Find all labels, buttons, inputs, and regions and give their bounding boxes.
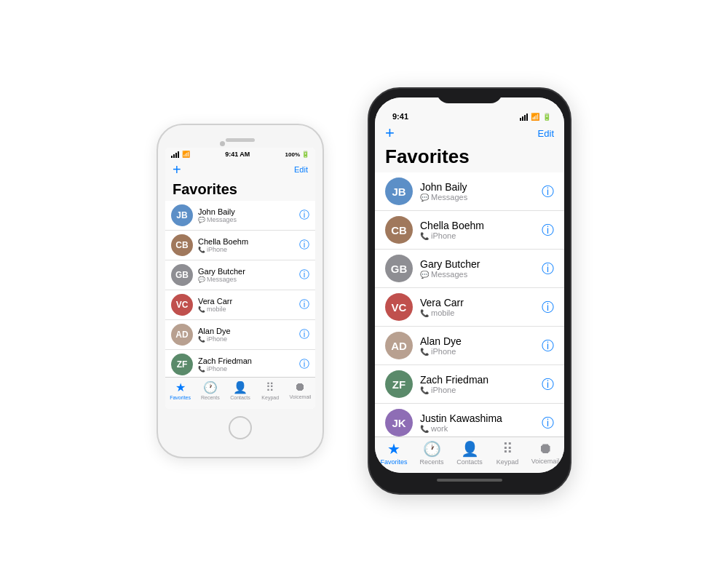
wifi-new: 📶 [531,113,539,121]
list-item[interactable]: ZF Zach Friedman 📞 iPhone ⓘ [375,365,564,404]
sub-label: Messages [207,276,237,283]
sub-label: iPhone [207,335,227,343]
time-new: 9:41 [388,112,408,121]
tab-item[interactable]: ⠿ Keypad [488,440,526,466]
sub-label: work [431,424,448,433]
sub-icon: 📞 [420,425,429,433]
contact-sub: 📞 mobile [198,306,294,313]
contact-info: Gary Butcher 💬 Messages [198,267,294,283]
sub-label: iPhone [431,347,456,356]
list-item[interactable]: JB John Baily 💬 Messages ⓘ [375,172,564,211]
list-item[interactable]: AD Alan Dye 📞 iPhone ⓘ [375,327,564,365]
avatar: CB [385,216,413,244]
list-item[interactable]: JK Justin Kawashima 📞 work ⓘ [375,404,564,436]
sub-label: Messages [431,193,467,202]
list-item[interactable]: CB Chella Boehm 📞 iPhone ⓘ [375,211,564,250]
info-icon[interactable]: ⓘ [299,358,309,371]
list-item[interactable]: VC Vera Carr 📞 mobile ⓘ [165,290,315,320]
list-item[interactable]: JB John Baily 💬 Messages ⓘ [165,201,315,231]
sub-label: iPhone [207,246,227,253]
avatar: AD [385,332,413,359]
avatar: JB [171,204,193,226]
wifi-old: 📶 [182,151,190,158]
contact-name: Alan Dye [420,335,534,347]
tab-label: Voicemail [531,458,560,465]
contact-sub: 💬 Messages [420,193,534,202]
tab-bar-old: ★ Favorites 🕐 Recents 👤 Contacts ⠿ Keypa… [165,377,315,409]
contact-name: Gary Butcher [198,267,294,276]
tab-label: Contacts [230,395,250,400]
info-icon[interactable]: ⓘ [299,298,309,311]
avatar: AD [171,324,193,346]
signal-bars-old [171,151,179,158]
sub-icon: 📞 [198,366,205,372]
status-bar-old: 📶 9:41 AM 100% 🔋 [165,148,315,161]
edit-button-new[interactable]: Edit [538,128,554,139]
tab-label: Keypad [261,395,279,400]
sub-icon: 📞 [198,306,205,313]
screen-old: 📶 9:41 AM 100% 🔋 + Edit Favorites JB Joh… [165,148,315,409]
contact-name: Vera Carr [420,297,534,308]
info-icon[interactable]: ⓘ [542,299,554,316]
tab-item[interactable]: 🕐 Recents [195,380,225,400]
signal-bars-new [520,113,528,121]
info-icon[interactable]: ⓘ [299,239,309,252]
info-icon[interactable]: ⓘ [542,338,554,354]
tab-item[interactable]: ⠿ Keypad [256,380,285,400]
contact-name: Justin Kawashima [420,412,534,424]
page-title-old: Favorites [165,180,315,201]
sub-icon: 📞 [198,247,205,253]
tab-item[interactable]: 👤 Contacts [225,380,255,400]
info-icon[interactable]: ⓘ [299,328,309,341]
tab-item[interactable]: ★ Favorites [375,440,413,466]
info-icon[interactable]: ⓘ [299,268,309,282]
sub-icon: 📞 [420,232,429,240]
tab-item[interactable]: ⏺ Voicemail [526,440,564,465]
tab-item[interactable]: 👤 Contacts [451,440,488,466]
sub-icon: 💬 [198,276,205,283]
contact-sub: 📞 work [420,424,534,433]
info-icon[interactable]: ⓘ [542,183,554,200]
list-item[interactable]: GB Gary Butcher 💬 Messages ⓘ [165,260,315,290]
page-title-new: Favorites [375,144,564,172]
avatar: ZF [171,354,193,375]
list-item[interactable]: VC Vera Carr 📞 mobile ⓘ [375,288,564,327]
iphone-old: 📶 9:41 AM 100% 🔋 + Edit Favorites JB Joh… [157,124,324,458]
list-item[interactable]: ZF Zach Friedman 📞 iPhone ⓘ [165,350,315,377]
home-button[interactable] [229,416,252,439]
info-icon[interactable]: ⓘ [542,415,554,431]
contact-name: Zach Friedman [420,374,534,386]
avatar: ZF [385,370,413,398]
tab-icon: 👤 [233,380,248,394]
info-icon[interactable]: ⓘ [542,222,554,239]
tab-label: Voicemail [289,394,311,399]
contact-info: John Baily 💬 Messages [420,181,534,202]
contact-name: John Baily [198,207,294,216]
list-item[interactable]: AD Alan Dye 📞 iPhone ⓘ [165,320,315,350]
sub-icon: 📞 [198,336,205,343]
contact-sub: 📞 iPhone [198,335,294,343]
list-item[interactable]: CB Chella Boehm 📞 iPhone ⓘ [165,231,315,260]
tab-bar-new: ★ Favorites 🕐 Recents 👤 Contacts ⠿ Keypa… [375,436,564,473]
contact-info: Zach Friedman 📞 iPhone [198,356,294,372]
speaker-old [226,138,255,142]
list-item[interactable]: GB Gary Butcher 💬 Messages ⓘ [375,250,564,288]
edit-button-old[interactable]: Edit [294,165,308,174]
contact-name: John Baily [420,181,534,193]
tab-item[interactable]: ★ Favorites [165,380,195,400]
contact-info: John Baily 💬 Messages [198,207,294,223]
sub-icon: 💬 [420,194,429,202]
contact-name: Vera Carr [198,297,294,306]
add-button-new[interactable]: + [385,125,395,141]
contact-sub: 📞 iPhone [420,231,534,240]
info-icon[interactable]: ⓘ [299,209,309,222]
tab-item[interactable]: 🕐 Recents [413,440,451,466]
info-icon[interactable]: ⓘ [542,260,554,277]
tab-icon: ⠿ [502,440,513,458]
info-icon[interactable]: ⓘ [542,376,554,393]
contact-name: Gary Butcher [420,258,534,270]
add-button-old[interactable]: + [173,162,181,177]
tab-item[interactable]: ⏺ Voicemail [285,380,315,399]
contact-info: Vera Carr 📞 mobile [198,297,294,313]
contact-name: Chella Boehm [420,220,534,231]
